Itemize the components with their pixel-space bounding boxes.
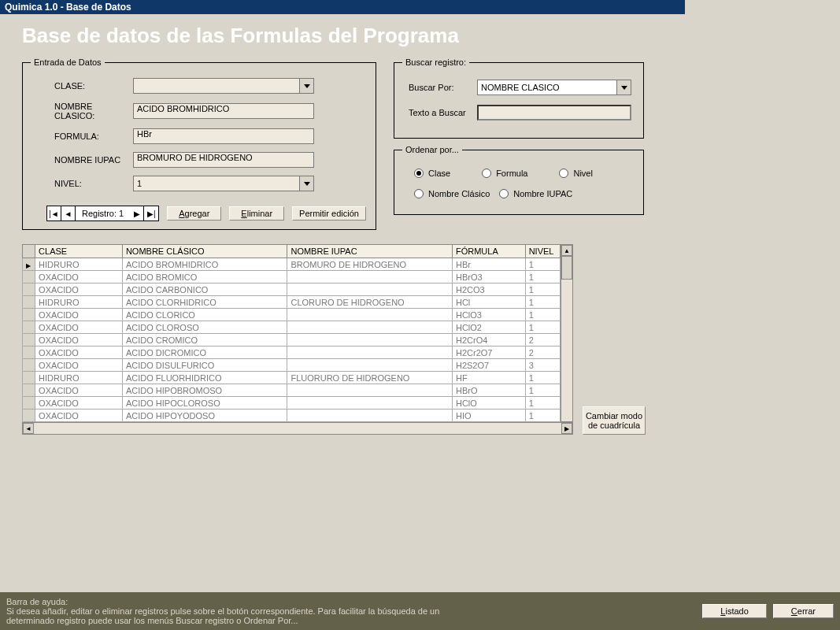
cell-nombre[interactable]: ACIDO CROMICO [122,334,287,346]
cell-clase[interactable]: HIDRURO [35,372,123,384]
cell-iupac[interactable] [287,346,453,359]
cell-nombre[interactable]: ACIDO HIPOBROMOSO [122,384,287,397]
table-row[interactable]: OXACIDO ACIDO DISULFURICO H2S2O7 3 [23,359,561,372]
row-selector[interactable] [23,384,35,397]
chevron-down-icon[interactable] [299,176,313,191]
scroll-right-icon[interactable]: ▶ [561,423,572,434]
cell-clase[interactable]: OXACIDO [35,334,123,346]
cell-iupac[interactable] [287,397,453,410]
table-row[interactable]: OXACIDO ACIDO CLORICO HClO3 1 [23,309,561,321]
cell-formula[interactable]: HClO [452,397,525,410]
cell-nivel[interactable]: 1 [525,271,560,284]
chevron-down-icon[interactable] [616,80,631,94]
cell-formula[interactable]: H2S2O7 [452,359,525,372]
cell-nivel[interactable]: 1 [525,321,560,334]
horizontal-scrollbar[interactable]: ◄ ▶ [22,422,573,435]
search-by-select[interactable]: NOMBRE CLASICO [477,80,631,95]
cell-iupac[interactable] [287,334,453,346]
table-row[interactable]: OXACIDO ACIDO HIPOCLOROSO HClO 1 [23,397,561,410]
cell-iupac[interactable]: FLUORURO DE HIDROGENO [287,372,453,384]
cell-iupac[interactable] [287,284,453,296]
cell-nivel[interactable]: 1 [525,284,560,296]
cell-nombre[interactable]: ACIDO HIPOYODOSO [122,410,287,422]
scroll-left-icon[interactable]: ◄ [23,423,34,434]
cell-nombre[interactable]: ACIDO BROMICO [122,271,287,284]
listado-button[interactable]: Listado [702,604,766,618]
cell-iupac[interactable] [287,309,453,321]
cell-nombre[interactable]: ACIDO DISULFURICO [122,359,287,372]
cell-nivel[interactable]: 2 [525,334,560,346]
chevron-down-icon[interactable] [299,79,313,93]
row-selector[interactable] [23,397,35,410]
cell-iupac[interactable] [287,321,453,334]
cell-nombre[interactable]: ACIDO CLORHIDRICO [122,296,287,309]
cell-formula[interactable]: HBrO [452,384,525,397]
nav-first-icon[interactable]: |◄ [47,206,61,220]
cell-clase[interactable]: OXACIDO [35,309,123,321]
cell-clase[interactable]: OXACIDO [35,384,123,397]
cell-clase[interactable]: OXACIDO [35,397,123,410]
table-row[interactable]: OXACIDO ACIDO CARBONICO H2CO3 1 [23,284,561,296]
vertical-scrollbar[interactable]: ▲ [561,244,573,422]
cell-nombre[interactable]: ACIDO CLOROSO [122,321,287,334]
cell-clase[interactable]: OXACIDO [35,410,123,422]
clase-select[interactable] [133,78,314,94]
cell-nombre[interactable]: ACIDO CARBONICO [122,284,287,296]
cell-iupac[interactable] [287,384,453,397]
cell-clase[interactable]: HIDRURO [35,258,123,271]
cerrar-button[interactable]: Cerrar [773,604,834,618]
formula-input[interactable]: HBr [133,128,314,144]
table-row[interactable]: HIDRURO ACIDO FLUORHIDRICO FLUORURO DE H… [23,372,561,384]
cell-clase[interactable]: OXACIDO [35,359,123,372]
table-row[interactable]: OXACIDO ACIDO HIPOYODOSO HIO 1 [23,410,561,422]
search-text-input[interactable] [477,105,631,120]
iupac-input[interactable]: BROMURO DE HIDROGENO [133,152,314,168]
row-selector[interactable] [23,296,35,309]
cell-formula[interactable]: HBr [452,258,525,271]
cell-nivel[interactable]: 1 [525,309,560,321]
table-row[interactable]: OXACIDO ACIDO CROMICO H2CrO4 2 [23,334,561,346]
table-row[interactable]: OXACIDO ACIDO DICROMICO H2Cr2O7 2 [23,346,561,359]
nav-next-icon[interactable]: ▶ [130,206,144,220]
cell-clase[interactable]: OXACIDO [35,346,123,359]
radio-nombre[interactable] [414,189,424,198]
radio-iupac[interactable] [499,189,509,198]
cell-formula[interactable]: HClO2 [452,321,525,334]
cell-iupac[interactable]: BROMURO DE HIDROGENO [287,258,453,271]
cell-nivel[interactable]: 3 [525,359,560,372]
nivel-select[interactable]: 1 [133,176,314,191]
cell-iupac[interactable] [287,410,453,422]
row-selector[interactable] [23,284,35,296]
col-clase[interactable]: CLASE [35,245,123,258]
cell-formula[interactable]: HF [452,372,525,384]
cell-clase[interactable]: OXACIDO [35,321,123,334]
cell-formula[interactable]: HCl [452,296,525,309]
scroll-up-icon[interactable]: ▲ [561,245,572,256]
cell-clase[interactable]: HIDRURO [35,296,123,309]
table-row[interactable]: HIDRURO ACIDO CLORHIDRICO CLORURO DE HID… [23,296,561,309]
cell-formula[interactable]: HBrO3 [452,271,525,284]
cell-formula[interactable]: H2Cr2O7 [452,346,525,359]
radio-clase[interactable] [414,169,424,178]
cell-nombre[interactable]: ACIDO DICROMICO [122,346,287,359]
cell-iupac[interactable] [287,359,453,372]
col-nombre[interactable]: NOMBRE CLÁSICO [122,245,287,258]
cell-nombre[interactable]: ACIDO HIPOCLOROSO [122,397,287,410]
row-selector[interactable] [23,372,35,384]
add-button[interactable]: Agregar [167,206,221,220]
cell-nivel[interactable]: 1 [525,258,560,271]
nav-prev-icon[interactable]: ◄ [61,206,76,220]
row-selector[interactable] [23,334,35,346]
table-row[interactable]: OXACIDO ACIDO CLOROSO HClO2 1 [23,321,561,334]
row-selector[interactable] [23,359,35,372]
cell-formula[interactable]: H2CO3 [452,284,525,296]
cell-nivel[interactable]: 1 [525,372,560,384]
cell-nivel[interactable]: 1 [525,296,560,309]
cell-nivel[interactable]: 1 [525,384,560,397]
cell-nivel[interactable]: 1 [525,410,560,422]
row-selector[interactable] [23,410,35,422]
cell-clase[interactable]: OXACIDO [35,284,123,296]
cell-formula[interactable]: HClO3 [452,309,525,321]
nombre-input[interactable]: ACIDO BROMHIDRICO [133,103,314,119]
cell-nombre[interactable]: ACIDO FLUORHIDRICO [122,372,287,384]
